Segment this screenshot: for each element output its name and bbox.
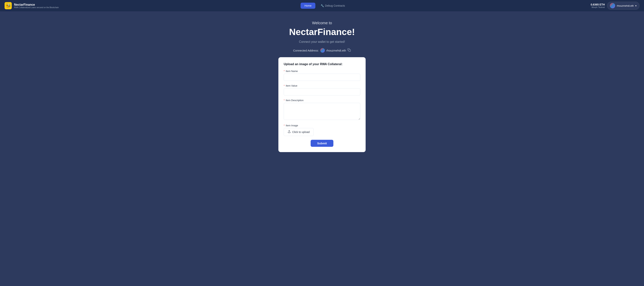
upload-icon — [288, 130, 291, 134]
item-name-group: * Item Name — [284, 70, 360, 81]
subtitle-text: Connect your wallet to get started! — [299, 40, 345, 43]
brand-title: NectarFinance — [14, 3, 59, 6]
form-title: Upload an image of your RWA Collateral: — [284, 62, 360, 66]
item-image-label: * Item Image — [284, 124, 360, 127]
upload-button[interactable]: Click to upload — [284, 128, 314, 136]
item-description-label: * Item Description — [284, 99, 360, 102]
svg-text:🐝: 🐝 — [6, 3, 11, 8]
navbar-nav: Home 🔧 Debug Contracts — [300, 3, 348, 9]
upload-label: Click to upload — [292, 130, 310, 134]
item-name-label: * Item Name — [284, 70, 360, 72]
eth-balance-info: 0.6365 ETH Morph Testnet — [591, 3, 605, 8]
upload-form-card: Upload an image of your RWA Collateral: … — [278, 57, 366, 152]
item-value-group: * Item Value — [284, 84, 360, 95]
debug-contracts-nav-button[interactable]: 🔧 Debug Contracts — [317, 3, 349, 9]
navbar: 🐝 NectarFinance RWA Collateralized Loans… — [0, 0, 644, 11]
debug-icon: 🔧 — [321, 4, 324, 7]
item-value-label: * Item Value — [284, 84, 360, 87]
required-star-desc: * — [284, 99, 285, 102]
page-title: NectarFinance! — [289, 27, 355, 37]
welcome-text: Welcome to — [312, 21, 332, 25]
item-description-input[interactable] — [284, 103, 360, 120]
navbar-wallet: 0.6365 ETH Morph Testnet rhouzmehdi.eth … — [591, 2, 640, 10]
required-star-name: * — [284, 70, 285, 72]
navbar-brand: 🐝 NectarFinance RWA Collateralized Loans… — [4, 2, 59, 9]
item-description-group: * Item Description — [284, 99, 360, 121]
item-value-input[interactable] — [284, 88, 360, 95]
submit-button[interactable]: Submit — [310, 140, 334, 147]
wallet-address: rhouzmehdi.eth — [617, 4, 634, 7]
eth-network: Morph Testnet — [591, 6, 605, 8]
address-avatar — [320, 48, 325, 53]
item-image-group: * Item Image Click to upload — [284, 124, 360, 136]
svg-rect-2 — [349, 50, 351, 51]
eth-amount: 0.6365 ETH — [591, 3, 605, 6]
connected-address-row: Connected Address: rhouzmehdi.eth — [293, 48, 351, 53]
brand-text: NectarFinance RWA Collateralized Loans s… — [14, 3, 59, 8]
logo-icon: 🐝 — [4, 2, 12, 9]
connected-address-value: rhouzmehdi.eth — [326, 49, 346, 52]
brand-subtitle: RWA Collateralized Loans secured on the … — [14, 6, 59, 8]
item-name-input[interactable] — [284, 74, 360, 81]
debug-contracts-label: Debug Contracts — [325, 4, 345, 7]
chevron-down-icon: ▾ — [635, 4, 636, 7]
wallet-button[interactable]: rhouzmehdi.eth ▾ — [607, 2, 640, 10]
connected-address-label: Connected Address: — [293, 49, 319, 52]
avatar — [610, 3, 615, 8]
required-star-value: * — [284, 84, 285, 87]
copy-address-icon[interactable] — [348, 48, 351, 52]
main-content: Welcome to NectarFinance! Connect your w… — [0, 11, 644, 162]
required-star-image: * — [284, 124, 285, 127]
home-nav-button[interactable]: Home — [300, 3, 315, 9]
